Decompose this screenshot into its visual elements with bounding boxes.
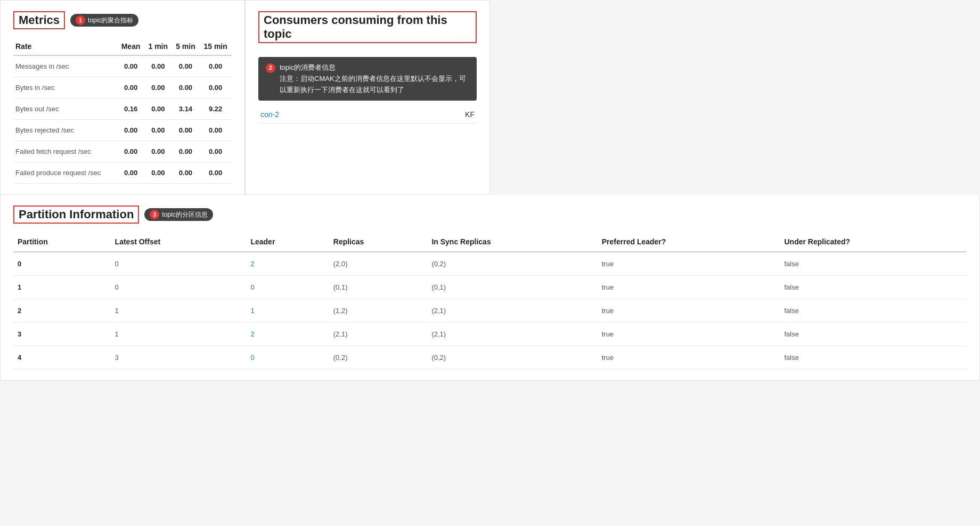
part-leader: 0 [246,276,329,299]
part-latest-offset: 3 [111,346,247,369]
metric-1min: 0.00 [144,98,172,120]
metric-5min: 0.00 [172,120,200,141]
col-15min: 15 min [199,38,232,55]
table-row: Failed produce request /sec 0.00 0.00 0.… [13,162,232,184]
consumer-name-link[interactable]: con-2 [260,110,279,119]
table-row: Messages in /sec 0.00 0.00 0.00 0.00 [13,55,232,77]
part-under: false [780,252,967,276]
metric-label: Messages in /sec [13,55,117,77]
part-leader: 2 [246,323,329,346]
metric-label: Failed produce request /sec [13,162,117,184]
col-5min: 5 min [172,38,200,55]
partition-badge-label: topic的分区信息 [162,210,207,219]
part-preferred: true [598,252,780,276]
metric-15min: 9.22 [199,98,232,120]
metric-15min: 0.00 [199,141,232,162]
part-leader: 1 [246,299,329,323]
metrics-header: Metrics 1 topic的聚合指标 [13,11,232,29]
consumers-badge-num: 2 [266,63,275,73]
part-in-sync: (0,2) [427,346,597,369]
part-replicas: (2,0) [329,252,428,276]
partition-badge-num: 3 [150,210,159,219]
metric-label: Bytes rejected /sec [13,120,117,141]
metric-5min: 0.00 [172,141,200,162]
metric-5min: 0.00 [172,77,200,98]
part-in-sync: (0,2) [427,252,597,276]
part-col-in-sync: In Sync Replicas [427,232,597,252]
part-in-sync: (2,1) [427,299,597,323]
col-1min: 1 min [144,38,172,55]
part-in-sync: (2,1) [427,323,597,346]
part-leader: 0 [246,346,329,369]
metric-label: Bytes out /sec [13,98,117,120]
consumer-type: KF [465,110,475,119]
part-col-replicas: Replicas [329,232,428,252]
metric-15min: 0.00 [199,55,232,77]
col-rate: Rate [13,38,117,55]
part-preferred: true [598,299,780,323]
metrics-badge-num: 1 [76,15,85,25]
part-latest-offset: 0 [111,252,247,276]
part-under: false [780,323,967,346]
part-in-sync: (0,1) [427,276,597,299]
part-partition: 4 [13,346,111,369]
metric-5min: 3.14 [172,98,200,120]
metric-label: Failed fetch request /sec [13,141,117,162]
partition-title: Partition Information [13,206,139,224]
part-under: false [780,299,967,323]
metrics-title: Metrics [13,11,65,29]
metrics-badge: 1 topic的聚合指标 [70,14,138,27]
metric-15min: 0.00 [199,162,232,184]
table-row: 2 1 1 (1,2) (2,1) true false [13,299,967,323]
part-col-under: Under Replicated? [780,232,967,252]
part-replicas: (2,1) [329,323,428,346]
part-partition: 1 [13,276,111,299]
table-row: Failed fetch request /sec 0.00 0.00 0.00… [13,141,232,162]
table-row: Bytes in /sec 0.00 0.00 0.00 0.00 [13,77,232,98]
metric-15min: 0.00 [199,120,232,141]
table-row: 3 1 2 (2,1) (2,1) true false [13,323,967,346]
metric-mean: 0.00 [117,120,144,141]
metric-mean: 0.00 [117,55,144,77]
table-row: 4 3 0 (0,2) (0,2) true false [13,346,967,369]
part-under: false [780,276,967,299]
table-row: 1 0 0 (0,1) (0,1) true false [13,276,967,299]
tooltip-line2: 注意：启动CMAK之前的消费者信息在这里默认不会显示，可以重新执行一下消费者在这… [280,73,469,96]
metric-1min: 0.00 [144,77,172,98]
part-latest-offset: 1 [111,323,247,346]
table-row: Bytes rejected /sec 0.00 0.00 0.00 0.00 [13,120,232,141]
metrics-section: Metrics 1 topic的聚合指标 Rate Mean 1 min 5 m… [0,0,245,195]
metric-1min: 0.00 [144,120,172,141]
part-preferred: true [598,346,780,369]
tooltip-line1: topic的消费者信息 [280,62,469,73]
part-latest-offset: 1 [111,299,247,323]
part-preferred: true [598,276,780,299]
consumers-header: Consumers consuming from this topic [258,11,477,48]
metric-1min: 0.00 [144,55,172,77]
part-col-latest-offset: Latest Offset [111,232,247,252]
part-leader: 2 [246,252,329,276]
part-latest-offset: 0 [111,276,247,299]
part-replicas: (0,1) [329,276,428,299]
partition-badge: 3 topic的分区信息 [144,208,213,221]
metric-15min: 0.00 [199,77,232,98]
metric-5min: 0.00 [172,55,200,77]
part-partition: 2 [13,299,111,323]
col-mean: Mean [117,38,144,55]
part-preferred: true [598,323,780,346]
consumers-tooltip: 2 topic的消费者信息 注意：启动CMAK之前的消费者信息在这里默认不会显示… [258,57,477,101]
partition-header: Partition Information 3 topic的分区信息 [13,206,967,224]
part-replicas: (1,2) [329,299,428,323]
consumers-row: con-2 KF [258,106,477,124]
table-row: 0 0 2 (2,0) (0,2) true false [13,252,967,276]
metric-label: Bytes in /sec [13,77,117,98]
metric-mean: 0.00 [117,141,144,162]
partition-table: Partition Latest Offset Leader Replicas … [13,232,967,369]
table-row: Bytes out /sec 0.16 0.00 3.14 9.22 [13,98,232,120]
part-col-partition: Partition [13,232,111,252]
metric-mean: 0.00 [117,162,144,184]
metric-mean: 0.00 [117,77,144,98]
consumers-section: Consumers consuming from this topic 2 to… [245,0,490,195]
metric-mean: 0.16 [117,98,144,120]
part-partition: 3 [13,323,111,346]
